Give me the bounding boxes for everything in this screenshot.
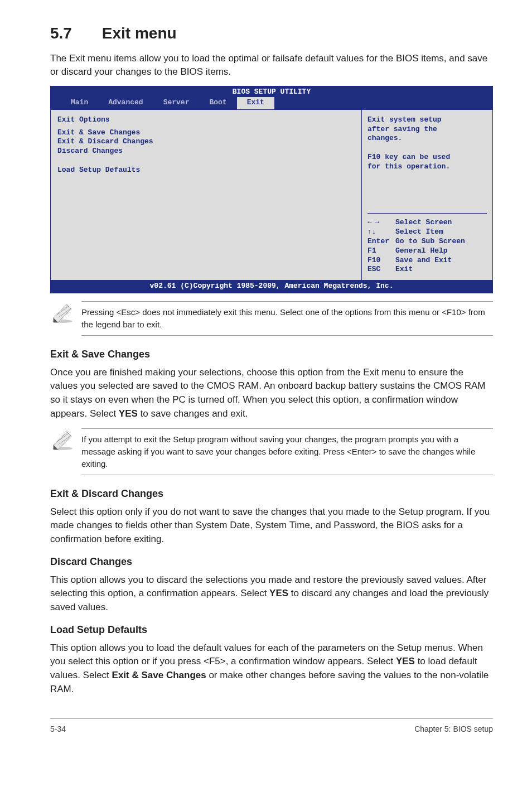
nav-key: ← → — [367, 218, 395, 228]
bios-tab-exit[interactable]: Exit — [237, 97, 274, 109]
pencil-icon — [50, 428, 81, 454]
section-heading: Discard Changes — [50, 554, 493, 569]
nav-label: General Help — [395, 247, 448, 256]
bios-panel: BIOS SETUP UTILITY Main Advanced Server … — [50, 86, 493, 293]
bios-tab-bar: Main Advanced Server Boot Exit — [51, 97, 492, 109]
bios-option[interactable]: Load Setup Defaults — [57, 166, 355, 175]
chapter-label: Chapter 5: BIOS setup — [414, 723, 493, 735]
page-footer: 5-34 Chapter 5: BIOS setup — [50, 718, 493, 735]
note-box: Pressing <Esc> does not immediately exit… — [50, 301, 493, 336]
pencil-icon — [50, 301, 81, 327]
nav-label: Select Item — [395, 228, 443, 237]
nav-key: Enter — [367, 237, 395, 247]
bios-nav-help: ← →Select Screen ↑↓Select Item EnterGo t… — [367, 213, 487, 274]
note-text: If you attempt to exit the Setup program… — [81, 428, 493, 475]
note-box: If you attempt to exit the Setup program… — [50, 428, 493, 475]
bios-tab-boot[interactable]: Boot — [199, 97, 236, 109]
nav-label: Go to Sub Screen — [395, 237, 465, 247]
heading-title: Exit menu — [102, 25, 177, 42]
bios-help-line — [367, 143, 487, 153]
section-body: Select this option only if you do not wa… — [50, 505, 493, 547]
bios-footer: v02.61 (C)Copyright 1985-2009, American … — [51, 280, 492, 293]
bios-help-line: for this operation. — [367, 162, 487, 172]
bios-option[interactable]: Exit & Save Changes — [57, 128, 355, 138]
bios-help-line: F10 key can be used — [367, 153, 487, 162]
page-heading: 5.7 Exit menu — [50, 22, 493, 45]
bios-help-line: after saving the — [367, 125, 487, 134]
bios-left-pane: Exit Options Exit & Save Changes Exit & … — [51, 110, 361, 281]
section-body: Once you are finished making your select… — [50, 366, 493, 421]
nav-label: Select Screen — [395, 218, 452, 228]
bios-tab-main[interactable]: Main — [61, 97, 98, 109]
note-text: Pressing <Esc> does not immediately exit… — [81, 301, 493, 336]
nav-key: ESC — [367, 265, 395, 274]
bios-option[interactable]: Exit & Discard Changes — [57, 137, 355, 147]
bios-tab-advanced[interactable]: Advanced — [98, 97, 153, 109]
section-body: This option allows you to discard the se… — [50, 573, 493, 615]
bios-title: BIOS SETUP UTILITY — [51, 86, 492, 97]
nav-key: F10 — [367, 256, 395, 265]
bios-section-title: Exit Options — [57, 115, 355, 125]
page-number: 5-34 — [50, 723, 66, 735]
nav-key: ↑↓ — [367, 228, 395, 237]
nav-key: F1 — [367, 247, 395, 256]
bios-help-line: changes. — [367, 134, 487, 143]
section-heading: Exit & Save Changes — [50, 347, 493, 361]
section-heading: Exit & Discard Changes — [50, 486, 493, 501]
nav-label: Exit — [395, 265, 413, 274]
bios-body: Exit Options Exit & Save Changes Exit & … — [51, 109, 492, 281]
section-body: This option allows you to load the defau… — [50, 641, 493, 697]
bios-help-line: Exit system setup — [367, 115, 487, 125]
bios-right-pane: Exit system setup after saving the chang… — [361, 110, 492, 281]
heading-number: 5.7 — [50, 22, 98, 45]
section-heading: Load Setup Defaults — [50, 622, 493, 637]
intro-text: The Exit menu items allow you to load th… — [50, 52, 493, 79]
bios-tab-server[interactable]: Server — [153, 97, 200, 109]
bios-spacer — [57, 156, 355, 166]
nav-label: Save and Exit — [395, 256, 452, 265]
bios-option[interactable]: Discard Changes — [57, 147, 355, 156]
